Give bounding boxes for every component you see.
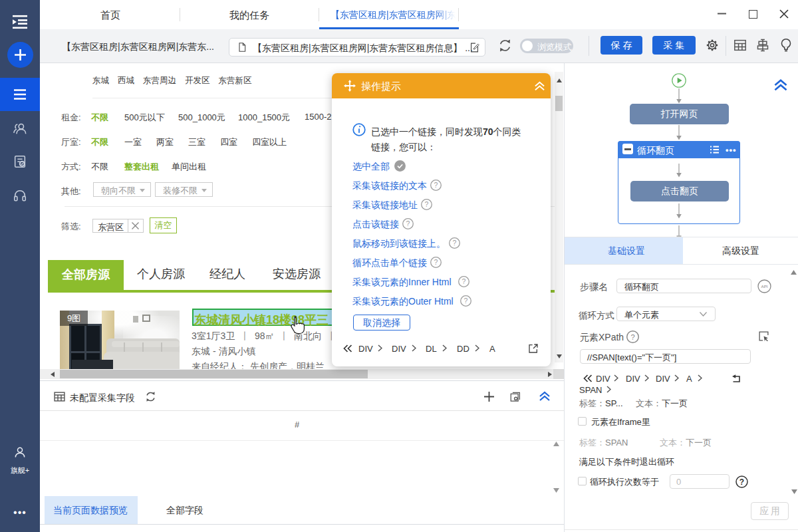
svg-text:?: ? — [434, 258, 438, 266]
svg-text:?: ? — [453, 239, 457, 247]
svg-text:?: ? — [630, 333, 634, 341]
svg-text:?: ? — [425, 200, 429, 208]
svg-text:?: ? — [434, 181, 438, 189]
svg-text:API: API — [761, 284, 768, 289]
svg-text:?: ? — [462, 277, 466, 285]
svg-text:?: ? — [464, 297, 468, 305]
svg-text:?: ? — [739, 477, 744, 487]
svg-text:?: ? — [406, 219, 410, 227]
